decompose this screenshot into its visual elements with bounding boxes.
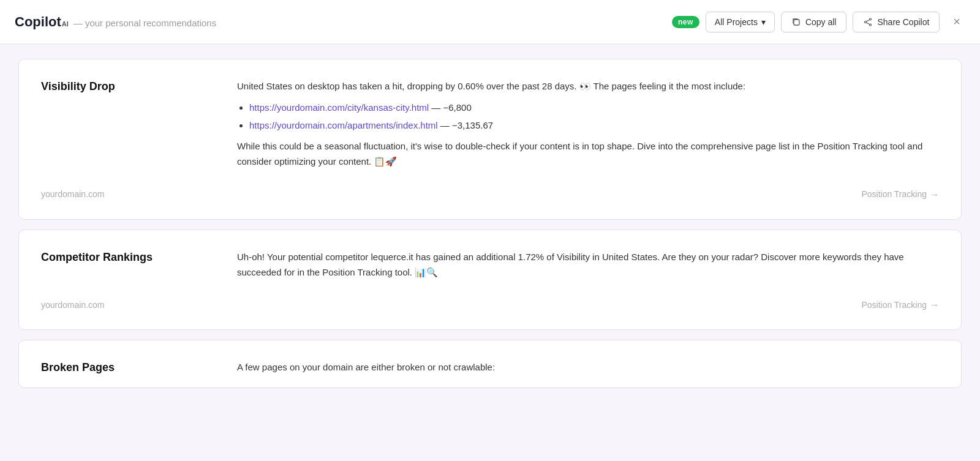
broken-pages-card: Broken Pages A few pages on your domain …: [18, 340, 962, 388]
card-footer-visibility-drop: yourdomain.com Position Tracking →: [41, 184, 939, 200]
brand-name: Copilot: [15, 14, 61, 30]
card-body-competitor: Competitor Rankings Uh-oh! Your potentia…: [41, 250, 939, 280]
card-body: Visibility Drop United States on desktop…: [41, 79, 939, 170]
svg-point-2: [870, 24, 872, 26]
header: CopilotAI — your personal recommendation…: [0, 0, 980, 44]
visibility-drop-card: Visibility Drop United States on desktop…: [18, 59, 962, 220]
share-label: Share Copilot: [877, 17, 929, 27]
card-footer-competitor-rankings: yourdomain.com Position Tracking →: [41, 294, 939, 310]
share-copilot-button[interactable]: Share Copilot: [853, 12, 940, 32]
close-button[interactable]: ×: [948, 12, 965, 31]
competitor-rankings-text: Uh-oh! Your potential competitor lequerc…: [237, 250, 939, 280]
svg-point-1: [870, 18, 872, 20]
share-icon: [863, 17, 873, 27]
visibility-drop-list: https://yourdomain.com/city/kansas-city.…: [249, 100, 939, 133]
broken-pages-text: A few pages on your domain are either br…: [237, 360, 939, 375]
copy-all-button[interactable]: Copy all: [781, 12, 847, 32]
visibility-drop-text2: While this could be a seasonal fluctuati…: [237, 139, 939, 170]
card-label-competitor-rankings: Competitor Rankings: [41, 250, 237, 280]
position-tracking-label-2: Position Tracking: [861, 300, 927, 310]
competitor-rankings-card: Competitor Rankings Uh-oh! Your potentia…: [18, 230, 962, 331]
brand-logo: CopilotAI: [15, 14, 69, 30]
new-badge: new: [672, 16, 699, 28]
svg-line-4: [867, 20, 870, 21]
header-subtitle: — your personal recommendations: [74, 18, 216, 28]
svg-point-3: [865, 21, 867, 23]
list-item: https://yourdomain.com/apartments/index.…: [249, 118, 939, 133]
content-area: Visibility Drop United States on desktop…: [0, 44, 980, 403]
card-domain-competitor-rankings: yourdomain.com: [41, 300, 105, 310]
arrow-icon-1: →: [930, 189, 939, 200]
copy-all-label: Copy all: [805, 17, 837, 27]
all-projects-label: All Projects: [715, 17, 758, 27]
position-tracking-link-2[interactable]: Position Tracking →: [861, 299, 939, 310]
header-title: CopilotAI — your personal recommendation…: [15, 14, 672, 30]
list-item: https://yourdomain.com/city/kansas-city.…: [249, 100, 939, 116]
position-tracking-link-1[interactable]: Position Tracking →: [861, 189, 939, 200]
svg-rect-0: [794, 20, 799, 25]
card-content-visibility-drop: United States on desktop has taken a hit…: [237, 79, 939, 170]
card-body-broken: Broken Pages A few pages on your domain …: [41, 360, 939, 375]
card-domain-visibility-drop: yourdomain.com: [41, 189, 105, 199]
position-tracking-label-1: Position Tracking: [861, 189, 927, 199]
card-content-broken-pages: A few pages on your domain are either br…: [237, 360, 939, 375]
header-actions: new All Projects ▾ Copy all: [672, 12, 965, 32]
copilot-panel: CopilotAI — your personal recommendation…: [0, 0, 980, 461]
card-content-competitor-rankings: Uh-oh! Your potential competitor lequerc…: [237, 250, 939, 280]
brand-sup: AI: [62, 20, 69, 28]
copy-icon: [791, 17, 801, 27]
card-label-visibility-drop: Visibility Drop: [41, 79, 237, 170]
card-label-broken-pages: Broken Pages: [41, 360, 237, 375]
arrow-icon-2: →: [930, 299, 939, 310]
all-projects-button[interactable]: All Projects ▾: [706, 12, 775, 32]
chevron-down-icon: ▾: [761, 17, 766, 27]
visibility-drop-text1: United States on desktop has taken a hit…: [237, 79, 939, 94]
svg-line-5: [867, 22, 870, 24]
